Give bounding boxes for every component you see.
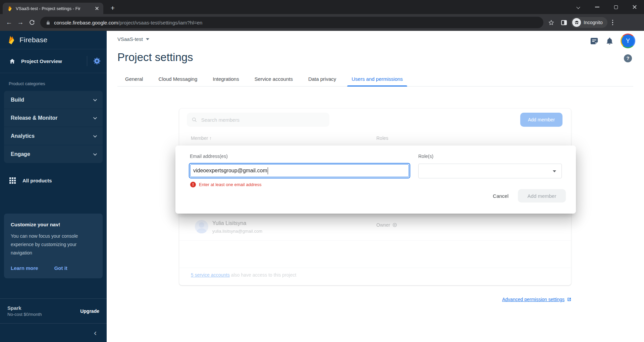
settings-tabs: General Cloud Messaging Integrations Ser… xyxy=(117,72,633,87)
row-divider xyxy=(179,217,571,217)
bookmark-star-icon[interactable] xyxy=(545,17,557,28)
browser-toolbar: ← → console.firebase.google.com/project/… xyxy=(0,14,644,31)
collapse-sidebar-icon[interactable]: ‹ xyxy=(94,329,97,337)
incognito-label: Incognito xyxy=(584,20,603,25)
got-it-button[interactable]: Got it xyxy=(54,265,67,271)
address-bar[interactable]: console.firebase.google.com/project/vsaa… xyxy=(40,17,543,28)
service-accounts-note: 5 service accounts also have access to t… xyxy=(191,272,296,278)
dialog-add-member-button[interactable]: Add member xyxy=(518,189,566,203)
browser-tab[interactable]: VSaaS-test - Project settings - Fir xyxy=(3,3,103,14)
product-categories-label: Product categories xyxy=(9,81,107,86)
column-header-member[interactable]: Member ↑ xyxy=(191,135,212,141)
sidebar-item-build[interactable]: Build xyxy=(4,91,103,109)
tab-cloud-messaging[interactable]: Cloud Messaging xyxy=(151,72,205,86)
feedback-note-icon[interactable] xyxy=(590,37,599,46)
window-minimize-button[interactable] xyxy=(588,0,606,14)
tab-integrations[interactable]: Integrations xyxy=(205,72,247,86)
url-path: /project/vsaas-test/settings/iam?hl=en xyxy=(118,20,202,25)
sidebar-collapse-row: ‹ xyxy=(0,324,107,342)
browser-tab-bar: VSaaS-test - Project settings - Fir + xyxy=(0,0,644,14)
project-selector[interactable]: VSaaS-test xyxy=(117,36,149,42)
tab-close-icon[interactable] xyxy=(94,5,100,11)
lock-icon xyxy=(46,20,51,25)
sidebar: Firebase Project Overview Product catego… xyxy=(0,31,107,342)
main-content: VSaaS-test Y Project settings ? xyxy=(107,31,644,342)
member-role: Owner xyxy=(376,222,397,228)
sidebar-item-label: Project Overview xyxy=(21,58,87,64)
plan-name: Spark xyxy=(7,305,42,311)
chevron-down-icon xyxy=(93,152,97,155)
firebase-favicon-icon xyxy=(7,5,12,12)
reload-button[interactable] xyxy=(26,17,38,28)
tab-general[interactable]: General xyxy=(117,72,151,86)
cancel-button[interactable]: Cancel xyxy=(487,190,515,202)
side-panel-icon[interactable] xyxy=(558,17,570,28)
role-select[interactable] xyxy=(418,164,562,178)
search-members-input[interactable] xyxy=(201,117,325,123)
firebase-flame-icon xyxy=(7,35,15,45)
tab-service-accounts[interactable]: Service accounts xyxy=(247,72,301,86)
external-link-icon xyxy=(567,297,572,302)
window-close-button[interactable] xyxy=(625,0,644,14)
role-label: Role(s) xyxy=(418,154,433,159)
url-domain: console.firebase.google.com xyxy=(54,20,118,25)
window-maximize-button[interactable] xyxy=(606,0,625,14)
member-avatar xyxy=(195,220,208,233)
sidebar-item-analytics[interactable]: Analytics xyxy=(4,127,103,145)
sort-arrow-icon: ↑ xyxy=(209,135,212,141)
add-member-button[interactable]: Add member xyxy=(520,113,562,127)
chevron-down-icon xyxy=(93,133,97,137)
browser-menu-icon[interactable] xyxy=(609,18,617,27)
settings-gear-icon[interactable] xyxy=(93,57,101,65)
promo-body: You can now focus your console experienc… xyxy=(11,232,91,257)
promo-title: Customize your nav! xyxy=(11,222,96,227)
column-header-roles: Roles xyxy=(376,135,388,141)
search-members-box[interactable] xyxy=(187,113,329,127)
account-avatar[interactable]: Y xyxy=(621,34,635,48)
tab-users-and-permissions[interactable]: Users and permissions xyxy=(344,72,411,86)
forward-button[interactable]: → xyxy=(15,17,26,28)
notifications-bell-icon[interactable] xyxy=(605,37,614,45)
category-list: Build Release & Monitor Analytics Engage xyxy=(4,91,103,163)
advanced-permission-settings-link[interactable]: Advanced permission settings xyxy=(502,297,572,302)
brand-name: Firebase xyxy=(19,36,47,44)
tab-search-icon[interactable] xyxy=(569,0,588,14)
grid-icon xyxy=(9,177,16,184)
firebase-logo[interactable]: Firebase xyxy=(0,31,107,49)
sidebar-item-engage[interactable]: Engage xyxy=(4,145,103,163)
member-email: yulia.lisitsyna@gmail.com xyxy=(212,229,262,234)
search-icon xyxy=(192,117,197,123)
plan-bar: Spark No-cost $0/month Upgrade xyxy=(0,298,107,324)
chevron-down-icon xyxy=(93,97,97,101)
text-cursor xyxy=(268,167,268,174)
sidebar-item-project-overview[interactable]: Project Overview xyxy=(0,49,107,73)
incognito-badge[interactable]: Incognito xyxy=(571,17,607,28)
chevron-down-icon xyxy=(146,38,149,40)
help-icon[interactable]: ? xyxy=(624,54,632,62)
add-member-dialog: Email address(es) Role(s) videoexpertsgr… xyxy=(175,146,576,214)
learn-more-link[interactable]: Learn more xyxy=(11,265,38,271)
sidebar-item-all-products[interactable]: All products xyxy=(0,173,107,188)
incognito-icon xyxy=(572,18,581,27)
reload-icon xyxy=(29,19,35,26)
url-text: console.firebase.google.com/project/vsaa… xyxy=(54,20,202,25)
role-info-icon[interactable] xyxy=(392,223,397,227)
upgrade-button[interactable]: Upgrade xyxy=(80,308,99,314)
home-icon xyxy=(9,58,16,65)
tab-data-privacy[interactable]: Data privacy xyxy=(301,72,344,86)
plan-detail: No-cost $0/month xyxy=(7,312,42,317)
service-accounts-link[interactable]: 5 service accounts xyxy=(191,272,230,278)
error-icon: ! xyxy=(190,182,196,187)
new-tab-button[interactable]: + xyxy=(108,3,117,13)
customize-nav-card: Customize your nav! You can now focus yo… xyxy=(4,214,103,278)
row-divider xyxy=(179,240,571,241)
back-button[interactable]: ← xyxy=(3,17,15,28)
page-title: Project settings xyxy=(117,51,193,64)
dropdown-caret-icon xyxy=(553,170,556,172)
email-input[interactable]: videoexpertsgroup@gmail.com xyxy=(189,163,410,178)
sidebar-item-release-monitor[interactable]: Release & Monitor xyxy=(4,109,103,127)
email-error: ! Enter at least one email address xyxy=(190,182,261,187)
email-label: Email address(es) xyxy=(190,154,228,159)
browser-tab-title: VSaaS-test - Project settings - Fir xyxy=(16,6,94,11)
avatar-initial: Y xyxy=(622,35,634,47)
